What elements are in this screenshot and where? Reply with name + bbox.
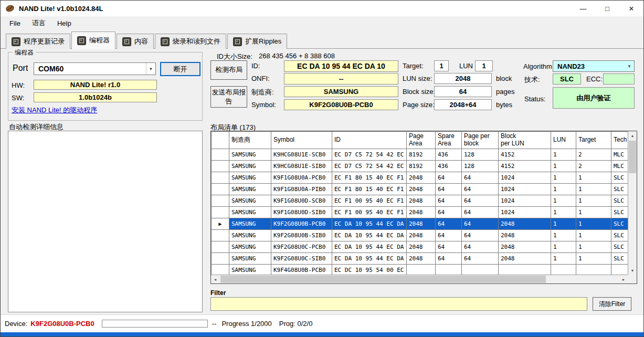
- row-indicator: [212, 161, 229, 172]
- table-row[interactable]: SAMSUNGK9F1G08U0A-PIB0EC F1 80 15 40 EC …: [212, 184, 628, 195]
- row-indicator: [212, 149, 229, 161]
- table-row[interactable]: SAMSUNGK9F1G08U0A-PCB0EC F1 80 15 40 EC …: [212, 172, 628, 184]
- programmer-group: 编程器 Port COM60 ▼ 断开 HW: NAND Lite! r1.0 …: [8, 52, 203, 121]
- table-row[interactable]: SAMSUNGK9F4G08U0B-PCB0EC DC 10 95 54 00 …: [212, 265, 628, 275]
- table-row[interactable]: SAMSUNGK9F1G08U0D-SCB0EC F1 00 95 40 EC …: [212, 195, 628, 207]
- table-cell: SAMSUNG: [229, 195, 271, 207]
- column-header[interactable]: Page Area: [407, 132, 436, 149]
- table-cell: 64: [436, 195, 462, 207]
- install-driver-link[interactable]: 安装 NAND Lite! 的驱动程序: [12, 106, 97, 115]
- table-cell: EC DA 10 95 44 EC DA 10: [332, 253, 407, 265]
- filter-input[interactable]: [210, 297, 587, 311]
- clear-filter-button[interactable]: 清除Filter: [593, 297, 631, 311]
- tab-label: 编程器: [89, 36, 110, 45]
- table-row[interactable]: SAMSUNGK9HCG08U1E-SCB0EC D7 C5 72 54 42 …: [212, 149, 628, 161]
- menu-bar: File 语言 Help: [1, 16, 643, 30]
- table-cell: 1024: [499, 195, 551, 207]
- tab-burn-read-file[interactable]: 烧录和读到文件: [155, 34, 226, 49]
- scroll-down-icon[interactable]: ▼: [628, 266, 637, 275]
- column-header[interactable]: Page per block: [462, 132, 499, 149]
- onfi-label: ONFI:: [251, 75, 270, 82]
- table-cell: [436, 265, 462, 275]
- table-row[interactable]: SAMSUNGK9F2G08U0C-SIB0EC DA 10 95 44 EC …: [212, 253, 628, 265]
- id-field: EC DA 10 95 44 EC DA 10: [284, 60, 398, 72]
- table-cell: [462, 265, 499, 275]
- algorithm-select[interactable]: NAND23 ▼: [553, 60, 635, 72]
- table-cell: 64: [462, 218, 499, 230]
- row-indicator: [212, 253, 229, 265]
- tab-extended-ripples[interactable]: 扩展Ripples: [227, 34, 287, 49]
- table-cell: 1: [576, 218, 611, 230]
- chip-icon: [161, 37, 170, 46]
- column-header[interactable]: Target: [576, 132, 611, 149]
- menu-help[interactable]: Help: [51, 18, 77, 29]
- maximize-icon: □: [605, 5, 609, 13]
- table-cell: SAMSUNG: [229, 161, 271, 172]
- table-cell: SAMSUNG: [229, 253, 271, 265]
- tab-content[interactable]: 内容: [117, 34, 154, 49]
- table-cell: 64: [436, 218, 462, 230]
- scroll-up-icon[interactable]: ▲: [628, 131, 637, 140]
- table-cell: 1: [551, 253, 576, 265]
- scroll-left-icon[interactable]: ◄: [211, 275, 219, 283]
- table-cell: 64: [462, 195, 499, 207]
- menu-file[interactable]: File: [4, 18, 26, 29]
- tab-programmer[interactable]: 编程器: [71, 31, 115, 49]
- algorithm-value: NAND23: [557, 62, 585, 70]
- table-row[interactable]: SAMSUNGK9F2G08U0B-SIB0EC DA 10 95 44 EC …: [212, 230, 628, 241]
- symbol-label: Symbol:: [251, 101, 276, 109]
- minimize-button[interactable]: —: [571, 1, 595, 16]
- port-select[interactable]: COM60 ▼: [34, 62, 156, 75]
- table-cell: EC F1 00 95 40 EC F1 00: [332, 195, 407, 207]
- table-cell: 2048: [407, 207, 436, 218]
- table-cell: K9F1G08U0D-SIB0: [271, 207, 332, 218]
- row-indicator: [212, 241, 229, 253]
- detect-layout-button[interactable]: 检测布局: [210, 60, 247, 80]
- lun-size-label: LUN size:: [403, 75, 432, 82]
- column-header[interactable]: LUN: [551, 132, 576, 149]
- tab-strip: 程序更新记录 编程器 内容 烧录和读到文件 扩展Ripples: [1, 30, 643, 49]
- horizontal-scrollbar[interactable]: ◄ ►: [211, 275, 628, 283]
- maximize-button[interactable]: □: [595, 1, 619, 16]
- close-button[interactable]: ✕: [619, 1, 643, 16]
- tab-label: 程序更新记录: [24, 37, 65, 46]
- send-layout-report-button[interactable]: 发送布局报告: [210, 86, 247, 108]
- vertical-scrollbar[interactable]: ▲ ▼: [628, 131, 637, 275]
- bottom-accent-bar: [1, 332, 643, 336]
- tab-update-log[interactable]: 程序更新记录: [6, 34, 70, 49]
- disconnect-button[interactable]: 断开: [160, 62, 200, 76]
- table-cell: 1: [576, 172, 611, 184]
- menu-language[interactable]: 语言: [26, 17, 51, 29]
- algorithm-label: Algorithm: [523, 62, 552, 70]
- column-header[interactable]: Tech: [611, 132, 628, 149]
- lun-field[interactable]: 1: [475, 60, 493, 71]
- scroll-right-icon[interactable]: ►: [619, 275, 628, 283]
- column-header[interactable]: Block per LUN: [499, 132, 551, 149]
- table-row[interactable]: SAMSUNGK9F2G08U0C-PCB0EC DA 10 95 44 EC …: [212, 241, 628, 253]
- table-row[interactable]: SAMSUNGK9F1G08U0D-SIB0EC F1 00 95 40 EC …: [212, 207, 628, 218]
- table-cell: 1: [576, 230, 611, 241]
- block-size-label: Block size::: [403, 88, 437, 96]
- table-cell: 2048: [407, 241, 436, 253]
- target-field[interactable]: 1: [434, 60, 449, 71]
- column-header[interactable]: 制造商: [229, 132, 271, 149]
- table-cell: SAMSUNG: [229, 265, 271, 275]
- column-header[interactable]: Spare Area: [436, 132, 462, 149]
- horizontal-scrollbar-thumb[interactable]: [220, 276, 546, 283]
- column-header[interactable]: Symbol: [271, 132, 332, 149]
- scrollbar-corner: [628, 275, 637, 283]
- row-indicator: [212, 230, 229, 241]
- table-cell: SLC: [611, 207, 628, 218]
- table-cell: 64: [436, 253, 462, 265]
- column-header[interactable]: [212, 132, 229, 149]
- table-cell: 1: [551, 161, 576, 172]
- minimize-icon: —: [580, 5, 587, 13]
- table-cell: SLC: [611, 218, 628, 230]
- table-cell: K9F1G08U0A-PCB0: [271, 172, 332, 184]
- table-row[interactable]: SAMSUNGK9HCG08U1E-SIB0EC D7 C5 72 54 42 …: [212, 161, 628, 172]
- vertical-scrollbar-thumb[interactable]: [629, 141, 636, 173]
- column-header[interactable]: ID: [332, 132, 407, 149]
- table-cell: 64: [462, 172, 499, 184]
- table-cell: 1: [551, 241, 576, 253]
- table-row[interactable]: ►SAMSUNGK9F2G08U0B-PCB0EC DA 10 95 44 EC…: [212, 218, 628, 230]
